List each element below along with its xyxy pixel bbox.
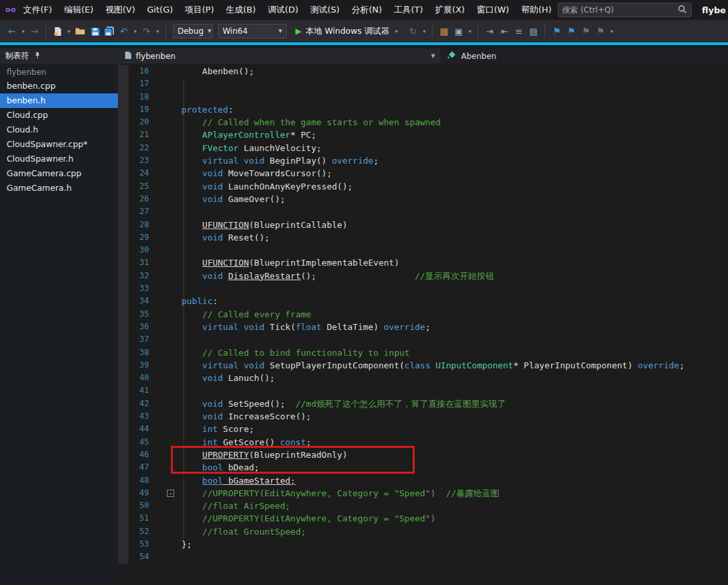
sidebar-file-cloud-h[interactable]: Cloud.h xyxy=(0,123,118,137)
code-line[interactable]: 50 //float AirSpeed; xyxy=(118,500,728,512)
open-folder-icon[interactable] xyxy=(74,24,87,38)
new-file-icon[interactable] xyxy=(51,24,64,38)
menu-item[interactable]: 文件(F) xyxy=(17,0,58,20)
breakpoint-margin[interactable] xyxy=(118,461,129,474)
sidebar-file-benben-h[interactable]: benben.h xyxy=(0,93,118,108)
breakpoint-margin[interactable] xyxy=(118,65,129,78)
save-all-icon[interactable] xyxy=(103,24,116,38)
breakpoint-margin[interactable] xyxy=(118,219,129,231)
save-icon[interactable] xyxy=(88,24,101,38)
code-text[interactable]: UFUNCTION(BlueprintCallable) xyxy=(178,219,347,231)
code-line[interactable]: 52 //float GrountSpeed; xyxy=(118,525,728,538)
code-line[interactable]: 48 bool bGameStarted; xyxy=(118,474,728,487)
code-text[interactable]: //float AirSpeed; xyxy=(178,500,290,512)
redo-dropdown-icon[interactable]: ▾ xyxy=(154,28,161,34)
code-text[interactable] xyxy=(178,91,182,103)
breakpoint-margin[interactable] xyxy=(118,359,129,372)
code-text[interactable]: void DisplayRestart(); //显示再次开始按钮 xyxy=(178,270,494,282)
bookmark-prev-icon[interactable]: ⚑ xyxy=(579,24,592,38)
code-text[interactable]: void MoveTowardsCursor(); xyxy=(178,167,332,180)
code-line[interactable]: 18 xyxy=(118,91,728,103)
code-text[interactable]: void LaunchOnAnyKeyPressed(); xyxy=(178,180,352,193)
code-line[interactable]: 19protected: xyxy=(118,103,728,116)
tab-list-dropdown-icon[interactable]: ▼ xyxy=(431,53,441,59)
menu-item[interactable]: 调试(D) xyxy=(262,0,304,20)
menu-item[interactable]: 项目(P) xyxy=(179,0,220,20)
code-text[interactable]: virtual void BeginPlay() override; xyxy=(178,154,378,167)
navigate-back-icon[interactable]: ← xyxy=(5,24,19,38)
code-text[interactable]: int Score; xyxy=(178,423,254,435)
breakpoint-margin[interactable] xyxy=(118,270,129,282)
code-text[interactable] xyxy=(178,244,182,256)
code-text[interactable]: void SetSpeed(); //md烦死了这个怎么用不了，算了直接在蓝图里… xyxy=(178,398,506,410)
code-text[interactable]: virtual void SetupPlayerInputComponent(c… xyxy=(178,359,684,372)
code-line[interactable]: 22 FVector LaunchVelocity; xyxy=(118,142,728,154)
breakpoint-margin[interactable] xyxy=(118,78,129,90)
code-line[interactable]: 21 APlayerController* PC; xyxy=(118,129,728,141)
code-text[interactable]: Abenben(); xyxy=(178,65,254,78)
sidebar-file-cloudspawner-h[interactable]: CloudSpawner.h xyxy=(0,152,118,166)
solution-configuration-dropdown[interactable]: Debug ▼ xyxy=(173,24,213,38)
breakpoint-margin[interactable] xyxy=(118,487,129,500)
menu-item[interactable]: 窗口(W) xyxy=(471,0,515,20)
frame-capture-dropdown-icon[interactable]: ▾ xyxy=(466,28,473,34)
document-tab-flybenben[interactable]: flybenben xyxy=(118,48,182,64)
breakpoint-margin[interactable] xyxy=(118,410,129,423)
code-line[interactable]: 16 Abenben(); xyxy=(118,65,728,78)
code-line[interactable]: 25 void LaunchOnAnyKeyPressed(); xyxy=(118,180,728,193)
breakpoint-margin[interactable] xyxy=(118,91,129,103)
bookmark-next-icon[interactable]: ⚑ xyxy=(564,24,578,38)
code-text[interactable]: FVector LaunchVelocity; xyxy=(178,142,321,154)
collapse-icon[interactable]: - xyxy=(167,490,174,497)
sidebar-file-cloudspawner-cpp-[interactable]: CloudSpawner.cpp* xyxy=(0,137,118,152)
menu-item[interactable]: 分析(N) xyxy=(346,0,388,20)
code-text[interactable] xyxy=(178,551,182,563)
code-text[interactable]: }; xyxy=(178,538,192,551)
breakpoint-margin[interactable] xyxy=(118,474,129,487)
sidebar-file-gamecamera-cpp[interactable]: GameCamera.cpp xyxy=(0,166,118,181)
code-text[interactable]: // Called when the game starts or when s… xyxy=(178,116,441,129)
breakpoint-margin[interactable] xyxy=(118,372,129,384)
redo-icon[interactable]: ↷ xyxy=(140,24,153,38)
breakpoint-margin[interactable] xyxy=(118,231,129,244)
navigation-bar[interactable]: Abenben xyxy=(441,48,728,64)
code-text[interactable]: public: xyxy=(178,295,218,307)
start-debugging-button[interactable]: ▶ 本地 Windows 调试器 ▾ xyxy=(290,23,405,39)
code-line[interactable]: 33 xyxy=(118,282,728,295)
breakpoint-margin[interactable] xyxy=(118,116,129,129)
code-text[interactable]: // Called to bind functionality to input xyxy=(178,346,409,359)
sidebar-file-benben-cpp[interactable]: benben.cpp xyxy=(0,79,118,93)
menu-item[interactable]: 编辑(E) xyxy=(58,0,99,20)
code-line[interactable]: 31 UFUNCTION(BlueprintImplementableEvent… xyxy=(118,256,728,269)
breakpoint-margin[interactable] xyxy=(118,538,129,551)
hot-reload-dropdown-icon[interactable]: ▾ xyxy=(421,28,427,34)
menu-item[interactable]: 扩展(X) xyxy=(429,0,471,20)
breakpoint-margin[interactable] xyxy=(118,333,129,346)
bookmark-clear-icon[interactable]: ⚑ xyxy=(594,24,607,38)
code-line[interactable]: 20 // Called when the game starts or whe… xyxy=(118,116,728,129)
code-text[interactable]: //UPROPERTY(EditAnywhere, Category = "Sp… xyxy=(178,487,499,500)
code-line[interactable]: 26 void GameOver(); xyxy=(118,193,728,205)
breakpoint-margin[interactable] xyxy=(118,244,129,256)
breakpoint-margin[interactable] xyxy=(118,167,129,180)
code-line[interactable]: 36 virtual void Tick(float DeltaTime) ov… xyxy=(118,321,728,333)
breakpoint-margin[interactable] xyxy=(118,180,129,193)
breakpoint-margin[interactable] xyxy=(118,282,129,295)
code-text[interactable] xyxy=(178,384,182,397)
menu-item[interactable]: 测试(S) xyxy=(304,0,345,20)
breakpoint-margin[interactable] xyxy=(118,295,129,307)
code-line[interactable]: 41 xyxy=(118,384,728,397)
menu-item[interactable]: 工具(T) xyxy=(388,0,429,20)
menu-item[interactable]: 视图(V) xyxy=(99,0,141,20)
sidebar-file-cloud-cpp[interactable]: Cloud.cpp xyxy=(0,108,118,123)
navigate-forward-icon[interactable]: → xyxy=(28,24,41,38)
code-line[interactable]: 29 void Reset(); xyxy=(118,231,728,244)
breakpoint-margin[interactable] xyxy=(118,103,129,116)
code-line[interactable]: 37 xyxy=(118,333,728,346)
code-line[interactable]: 38 // Called to bind functionality to in… xyxy=(118,346,728,359)
code-text[interactable]: // Called every frame xyxy=(178,308,311,321)
toolbar-overflow-icon[interactable]: ▾ xyxy=(608,28,615,34)
breakpoint-margin[interactable] xyxy=(118,308,129,321)
list-members-icon[interactable]: ≡ xyxy=(512,24,525,38)
code-text[interactable] xyxy=(178,333,182,346)
